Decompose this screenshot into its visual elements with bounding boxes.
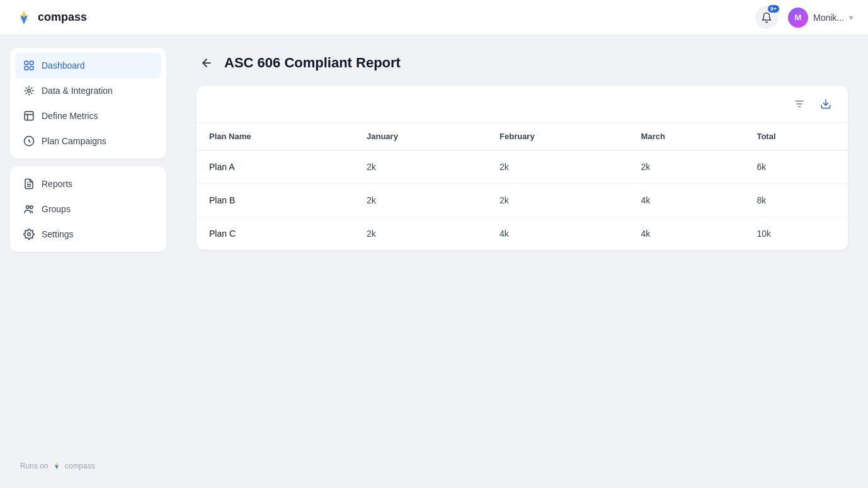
cell-total: 8k (744, 184, 848, 217)
user-name: Monik... (813, 13, 844, 23)
sidebar-item-groups-label: Groups (42, 204, 71, 214)
sidebar-item-reports-label: Reports (42, 179, 72, 189)
cell-plan-name: Plan C (197, 217, 354, 251)
sidebar-item-settings-label: Settings (42, 229, 74, 239)
svg-rect-4 (25, 67, 28, 70)
main-content: ASC 606 Compliant Report (176, 35, 868, 488)
cell-february: 4k (487, 217, 629, 251)
table-toolbar (197, 86, 848, 123)
cell-january: 2k (354, 150, 487, 184)
plan-campaigns-icon (23, 135, 35, 147)
compass-logo-icon (15, 9, 33, 26)
define-metrics-icon (23, 110, 35, 122)
footer-compass-icon (52, 462, 61, 470)
cell-january: 2k (354, 217, 487, 251)
footer-runs-on-text: Runs on (20, 462, 49, 470)
page-header: ASC 606 Compliant Report (197, 53, 848, 73)
svg-point-6 (28, 89, 31, 93)
cell-february: 2k (487, 184, 629, 217)
cell-march: 2k (629, 150, 745, 184)
svg-point-13 (28, 233, 31, 236)
col-header-total: Total (744, 123, 848, 150)
svg-point-12 (30, 206, 33, 209)
table-body: Plan A 2k 2k 2k 6k Plan B 2k 2k 4k 8k (197, 150, 848, 251)
sidebar-card-main: Dashboard Data & Integration (10, 48, 166, 159)
sidebar-item-dashboard[interactable]: Dashboard (15, 53, 161, 78)
chevron-down-icon: ▾ (849, 13, 853, 22)
footer-brand-text: compass (65, 462, 95, 470)
back-arrow-icon (200, 57, 213, 69)
bell-icon (761, 12, 772, 23)
cell-february: 2k (487, 150, 629, 184)
avatar-initials: M (795, 13, 802, 22)
data-integration-icon (23, 84, 35, 97)
col-header-january: January (354, 123, 487, 150)
logo-text: compass (38, 11, 87, 24)
svg-rect-7 (25, 111, 33, 120)
table-row: Plan A 2k 2k 2k 6k (197, 150, 848, 184)
svg-rect-3 (30, 61, 33, 64)
table-row: Plan B 2k 2k 4k 8k (197, 184, 848, 217)
sidebar-item-dashboard-label: Dashboard (42, 60, 85, 71)
report-table-card: Plan Name January February March Total P… (197, 86, 848, 250)
avatar: M (788, 8, 808, 28)
table-row: Plan C 2k 4k 4k 10k (197, 217, 848, 251)
sidebar-item-groups[interactable]: Groups (15, 196, 161, 222)
download-icon (820, 98, 831, 110)
cell-march: 4k (629, 217, 745, 251)
table-header: Plan Name January February March Total (197, 123, 848, 150)
layout: Dashboard Data & Integration (0, 35, 868, 488)
dashboard-icon (23, 59, 35, 72)
col-header-plan-name: Plan Name (197, 123, 354, 150)
filter-button[interactable] (790, 94, 809, 113)
col-header-march: March (629, 123, 745, 150)
sidebar-footer: Runs on compass (10, 457, 166, 475)
cell-total: 10k (744, 217, 848, 251)
sidebar-item-plan-campaigns-label: Plan Campaigns (42, 136, 106, 146)
sidebar-item-data-integration-label: Data & Integration (42, 86, 113, 96)
sidebar-item-plan-campaigns[interactable]: Plan Campaigns (15, 128, 161, 154)
sidebar-item-define-metrics[interactable]: Define Metrics (15, 103, 161, 128)
back-button[interactable] (197, 53, 217, 73)
groups-icon (23, 203, 35, 215)
col-header-february: February (487, 123, 629, 150)
filter-icon (794, 98, 805, 110)
top-navigation: compass 9+ M Monik... ▾ (0, 0, 868, 35)
download-button[interactable] (816, 94, 835, 113)
report-table: Plan Name January February March Total P… (197, 123, 848, 250)
table-header-row: Plan Name January February March Total (197, 123, 848, 150)
cell-march: 4k (629, 184, 745, 217)
sidebar-item-data-integration[interactable]: Data & Integration (15, 78, 161, 103)
sidebar-item-settings[interactable]: Settings (15, 222, 161, 247)
sidebar-card-secondary: Reports Groups (10, 166, 166, 252)
sidebar-item-reports[interactable]: Reports (15, 171, 161, 196)
cell-january: 2k (354, 184, 487, 217)
sidebar-item-define-metrics-label: Define Metrics (42, 111, 98, 121)
user-menu[interactable]: M Monik... ▾ (788, 8, 853, 28)
reports-icon (23, 178, 35, 190)
cell-total: 6k (744, 150, 848, 184)
sidebar: Dashboard Data & Integration (0, 35, 176, 488)
notification-button[interactable]: 9+ (755, 6, 778, 29)
cell-plan-name: Plan A (197, 150, 354, 184)
svg-point-11 (26, 206, 30, 209)
page-title: ASC 606 Compliant Report (224, 55, 401, 71)
svg-rect-5 (30, 67, 33, 70)
nav-right: 9+ M Monik... ▾ (755, 6, 853, 29)
notification-badge: 9+ (768, 5, 779, 13)
svg-rect-2 (25, 61, 28, 64)
settings-icon (23, 228, 35, 241)
cell-plan-name: Plan B (197, 184, 354, 217)
logo-area: compass (15, 9, 87, 26)
